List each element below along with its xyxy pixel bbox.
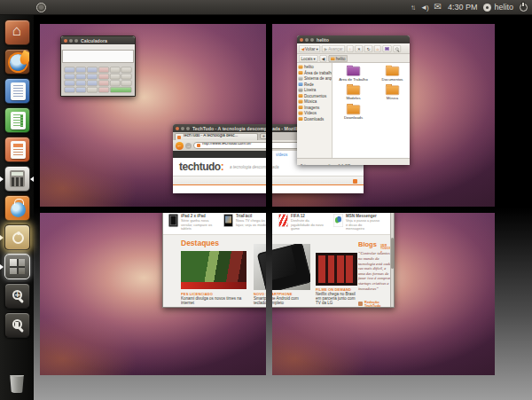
url-bar[interactable]: http://www.techtudo.com.br/☆ [193, 142, 266, 149]
folder-item[interactable]: Música [373, 86, 410, 101]
new-tab-button[interactable]: + [260, 133, 266, 139]
workspace-4[interactable]: iPad 2 x iPadSérie ganha nova versão; co… [272, 213, 495, 375]
sidebar-place[interactable]: Imagens [299, 106, 331, 110]
calculator-key[interactable] [121, 74, 132, 80]
calculator-key[interactable] [65, 67, 75, 74]
calculator-key[interactable] [65, 74, 75, 80]
window-buttons[interactable] [300, 38, 314, 42]
launcher-workspace-switcher[interactable] [0, 254, 34, 279]
calculator-key[interactable] [87, 67, 98, 74]
folder-item[interactable]: Downloads [334, 105, 372, 120]
search-button[interactable] [394, 45, 402, 52]
page-scrollbar[interactable] [390, 213, 394, 307]
home-button[interactable]: ⌂ [374, 45, 381, 52]
calculator-key[interactable] [87, 81, 98, 87]
firefox-window-bottom[interactable]: iPad 2 x iPadSérie ganha nova versão; co… [162, 213, 266, 308]
sidebar-place[interactable]: Sistema de arquivos [299, 76, 331, 81]
soccer-article-image[interactable] [181, 251, 246, 289]
firefox-window-bottom[interactable]: iPad 2 x iPadSérie ganha nova versão; co… [272, 213, 395, 308]
folder-item[interactable]: Área de Trabalho [334, 67, 372, 82]
launcher-ubuntu-one[interactable] [0, 224, 34, 250]
sidebar-place[interactable]: Música [299, 99, 331, 104]
product-item[interactable]: FIFA 12Desfrute da jogabilidade do novo … [278, 214, 326, 231]
rss-icon[interactable] [353, 179, 357, 184]
sidebar-place[interactable]: Downloads [299, 117, 331, 122]
article-caption[interactable]: NOVO SMARTPHONE Smartphone Android com t… [272, 292, 312, 305]
launcher-libreoffice-calc[interactable] [0, 107, 34, 133]
scrollbar-thumb[interactable] [391, 238, 394, 269]
path-button-helito[interactable]: helito [329, 55, 348, 62]
calculator-titlebar[interactable]: Calculadora [61, 36, 135, 44]
folder-item[interactable]: Documentos [373, 67, 410, 82]
calculator-key[interactable] [110, 87, 132, 93]
article-caption[interactable]: PES LICENCIADO Konami divulga os novos t… [181, 292, 248, 305]
launcher-calculator[interactable] [0, 166, 34, 192]
smartphone-article-image[interactable] [272, 244, 310, 290]
forward-button[interactable]: → [185, 143, 192, 149]
smartphone-article-image[interactable] [254, 244, 266, 290]
file-manager-titlebar[interactable]: helito [297, 35, 410, 43]
calculator-key[interactable] [65, 81, 75, 87]
computer-button[interactable] [383, 45, 392, 52]
folder-item[interactable]: Modelos [334, 86, 372, 101]
calculator-window[interactable]: Calculadora Calculadora Editar Exibir Aj… [60, 35, 136, 97]
power-icon[interactable] [520, 4, 528, 12]
browser-tab[interactable]: TechTudo - A tecnologia desc... [175, 133, 258, 140]
launcher-firefox[interactable] [0, 49, 34, 75]
sidebar-place[interactable]: Área de trabalho [299, 71, 331, 75]
launcher-home-folder[interactable] [0, 20, 34, 45]
product-item[interactable]: TriaFácilNova TV chega às lojas; veja os… [223, 214, 266, 231]
calculator-key[interactable] [87, 74, 98, 80]
calculator-key[interactable] [98, 81, 109, 87]
calculator-key[interactable] [110, 74, 121, 80]
sidebar-place[interactable]: Rede [299, 82, 331, 87]
calculator-key[interactable] [110, 67, 121, 74]
file-manager-window[interactable]: helito ◀Voltar ▾ ▶ Avançar ↑ ✕ ↻ ⌂ Locai… [297, 35, 410, 165]
workspace-2[interactable]: helito ◀Voltar ▾ ▶ Avançar ↑ ✕ ↻ ⌂ Locai… [272, 24, 495, 207]
sidebar-place[interactable]: helito [299, 65, 331, 69]
blogs-heading[interactable]: Blogs [358, 240, 377, 248]
netflix-article-image[interactable] [316, 253, 357, 286]
techtudo-logo[interactable]: techtudo: [179, 161, 223, 173]
up-button[interactable]: ↑ [347, 45, 353, 52]
product-item[interactable]: MSN MessengerVeja o passo a passo e dica… [333, 214, 381, 231]
places-dropdown[interactable]: Locais ▾ [299, 55, 317, 62]
calculator-key[interactable] [75, 81, 86, 87]
network-icon[interactable]: ↑↓ [411, 4, 414, 12]
product-item[interactable]: iPad 2 x iPadSérie ganha nova versão; co… [168, 214, 216, 231]
calculator-key[interactable] [98, 67, 109, 74]
sidebar-place[interactable]: Documentos [299, 94, 331, 98]
calculator-key[interactable] [75, 74, 86, 80]
clock[interactable]: 4:30 PM [448, 3, 478, 12]
user-menu[interactable]: helito [483, 3, 513, 12]
launcher-trash[interactable] [0, 371, 34, 396]
reload-button[interactable]: ↻ [364, 45, 372, 52]
firefox-window-top[interactable]: TechTudo - A tecnologia descomplicada - … [173, 124, 266, 193]
calculator-key[interactable] [110, 81, 121, 87]
blog-author[interactable]: Redação TechTudo [358, 300, 390, 307]
article-caption[interactable]: FILME ON DEMAND Netflix chega no Brasil … [316, 287, 359, 305]
mail-icon[interactable]: ✉ [434, 3, 442, 12]
firefox-titlebar[interactable]: TechTudo - A tecnologia descomplicada - … [173, 124, 266, 132]
launcher-software-center[interactable] [0, 195, 34, 221]
workspace-1[interactable]: Calculadora Calculadora Editar Exibir Aj… [40, 24, 266, 207]
sidebar-place[interactable]: Vídeos [299, 111, 331, 115]
back-button[interactable]: ← [176, 142, 184, 150]
calculator-key[interactable] [98, 87, 109, 93]
path-scroll-left[interactable]: ◀ [319, 55, 326, 62]
calculator-key[interactable] [87, 87, 98, 93]
window-buttons[interactable] [64, 39, 78, 43]
launcher-libreoffice-impress[interactable] [0, 137, 34, 162]
calculator-key[interactable] [75, 67, 86, 74]
workspace-3[interactable]: iPad 2 x iPadSérie ganha nova versão; co… [40, 213, 266, 375]
videos-link[interactable]: vídeos [276, 153, 287, 157]
ubuntu-logo-icon[interactable] [36, 3, 46, 12]
launcher-places-files[interactable] [0, 312, 34, 338]
calculator-key[interactable] [75, 87, 86, 93]
back-button[interactable]: ◀Voltar ▾ [299, 45, 320, 52]
forward-button[interactable]: ▶ Avançar [322, 45, 345, 52]
calculator-key[interactable] [121, 67, 132, 74]
article-caption[interactable]: NOVO SMARTPHONE Smartphone Android com t… [254, 292, 266, 305]
sidebar-place[interactable]: Lixeira [299, 88, 331, 92]
window-buttons[interactable] [176, 127, 190, 130]
